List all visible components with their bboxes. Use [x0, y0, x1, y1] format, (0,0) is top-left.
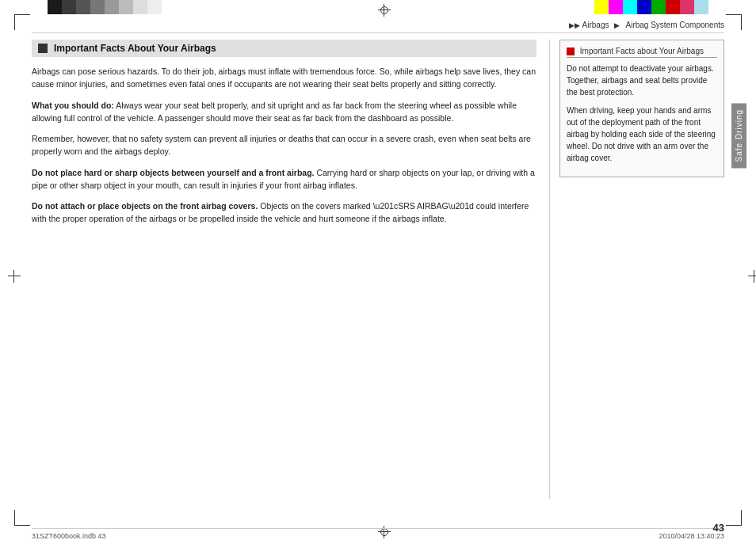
main-layout: Important Facts About Your Airbags Airba…	[32, 40, 724, 499]
page-number: 43	[713, 522, 724, 534]
corner-mark-bl	[14, 510, 30, 526]
swatch-cyan	[623, 0, 637, 14]
breadcrumb: ▶▶ Airbags ▶ Airbag System Components	[32, 17, 724, 33]
left-column: Important Facts About Your Airbags Airba…	[32, 40, 550, 499]
body-paragraph-4: Do not place hard or sharp objects betwe…	[32, 166, 536, 192]
body-paragraph-1: Airbags can pose serious hazards. To do …	[32, 65, 536, 91]
swatch-lighter-gray	[119, 0, 133, 14]
section-icon	[38, 44, 48, 53]
swatch-dark-gray	[62, 0, 76, 14]
right-sidebar: Important Facts about Your Airbags Do no…	[550, 40, 724, 499]
corner-mark-br	[726, 510, 742, 526]
swatch-black	[48, 0, 62, 14]
swatch-light-gray	[105, 0, 119, 14]
safe-driving-tab: Safe Driving	[731, 103, 746, 168]
swatch-magenta	[609, 0, 623, 14]
corner-mark-tl	[14, 14, 30, 30]
body-paragraph-2: What you should do: Always wear your sea…	[32, 99, 536, 125]
sidebar-heading-text: Important Facts about Your Airbags	[580, 47, 704, 55]
sidebar-paragraph-1: Do not attempt to deactivate your airbag…	[567, 63, 717, 98]
sidebar-heading: Important Facts about Your Airbags	[567, 47, 717, 58]
section-heading-text: Important Facts About Your Airbags	[54, 43, 216, 54]
footer-left-text: 31SZT600book.indb 43	[32, 532, 106, 540]
swatch-light-blue	[694, 0, 708, 14]
swatch-near-white	[133, 0, 147, 14]
corner-mark-tr	[726, 14, 742, 30]
section-heading: Important Facts About Your Airbags	[32, 40, 536, 57]
breadcrumb-arrow2: ▶	[614, 21, 620, 29]
bold-hard-objects: Do not place hard or sharp objects betwe…	[32, 168, 314, 177]
sidebar-heading-icon	[567, 48, 575, 55]
bold-attach-objects: Do not attach or place objects on the fr…	[32, 201, 258, 211]
color-swatches-right	[594, 0, 708, 14]
page-content: ▶▶ Airbags ▶ Airbag System Components Im…	[32, 17, 724, 516]
breadcrumb-arrow1: ▶▶	[569, 21, 580, 29]
breadcrumb-item1: Airbags	[582, 21, 609, 29]
body-paragraph-3: Remember, however, that no safety system…	[32, 132, 536, 158]
sidebar-paragraph-2: When driving, keep your hands and arms o…	[567, 105, 717, 164]
swatch-white	[147, 0, 162, 14]
swatch-pink-red	[680, 0, 694, 14]
swatch-yellow	[594, 0, 609, 14]
breadcrumb-item2: Airbag System Components	[625, 21, 724, 29]
swatch-blue	[637, 0, 651, 14]
swatch-red	[666, 0, 680, 14]
swatch-mid-gray	[90, 0, 105, 14]
color-swatches-left	[48, 0, 162, 14]
footer-bar: 31SZT600book.indb 43 2010/04/28 13:40:23	[32, 528, 724, 540]
body-paragraph-5: Do not attach or place objects on the fr…	[32, 200, 536, 226]
swatch-green	[651, 0, 666, 14]
sidebar-box: Important Facts about Your Airbags Do no…	[559, 40, 724, 177]
swatch-gray	[76, 0, 90, 14]
bold-what-you-should-do: What you should do:	[32, 101, 114, 110]
